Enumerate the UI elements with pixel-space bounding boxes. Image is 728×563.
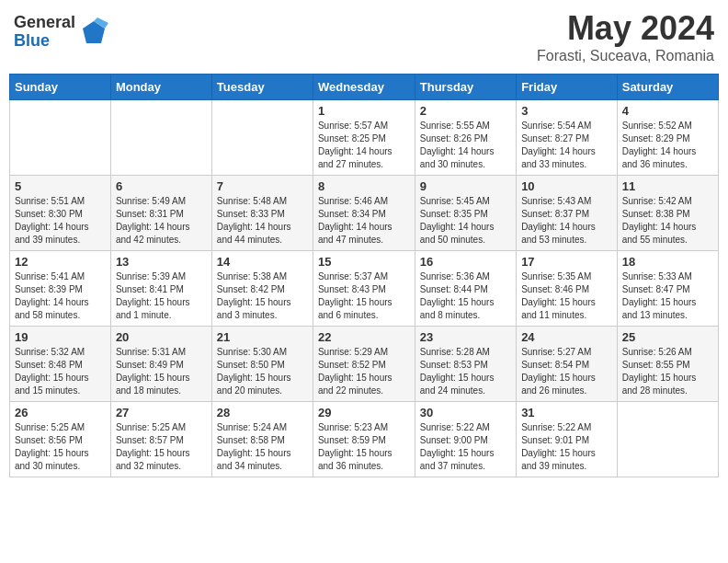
weekday-header: Sunday bbox=[10, 75, 111, 100]
day-number: 28 bbox=[217, 406, 308, 419]
calendar-week-row: 5Sunrise: 5:51 AM Sunset: 8:30 PM Daylig… bbox=[10, 176, 719, 251]
day-number: 5 bbox=[15, 179, 106, 193]
calendar-cell: 12Sunrise: 5:41 AM Sunset: 8:39 PM Dayli… bbox=[10, 251, 111, 327]
day-number: 15 bbox=[318, 255, 410, 269]
calendar-cell: 3Sunrise: 5:54 AM Sunset: 8:27 PM Daylig… bbox=[517, 100, 618, 176]
page-header: General Blue May 2024 Forasti, Suceava, … bbox=[9, 9, 719, 64]
calendar-cell: 23Sunrise: 5:28 AM Sunset: 8:53 PM Dayli… bbox=[415, 327, 516, 402]
day-info: Sunrise: 5:24 AM Sunset: 8:58 PM Dayligh… bbox=[217, 421, 308, 473]
calendar-cell: 10Sunrise: 5:43 AM Sunset: 8:37 PM Dayli… bbox=[517, 176, 618, 251]
calendar-cell bbox=[211, 100, 313, 176]
day-number: 23 bbox=[420, 330, 511, 344]
calendar-cell: 27Sunrise: 5:25 AM Sunset: 8:57 PM Dayli… bbox=[110, 402, 211, 477]
day-info: Sunrise: 5:57 AM Sunset: 8:25 PM Dayligh… bbox=[318, 120, 410, 171]
day-number: 26 bbox=[15, 406, 106, 419]
calendar-cell: 6Sunrise: 5:49 AM Sunset: 8:31 PM Daylig… bbox=[110, 176, 211, 251]
calendar-cell: 30Sunrise: 5:22 AM Sunset: 9:00 PM Dayli… bbox=[415, 402, 516, 477]
day-info: Sunrise: 5:46 AM Sunset: 8:34 PM Dayligh… bbox=[318, 195, 410, 247]
calendar-cell: 8Sunrise: 5:46 AM Sunset: 8:34 PM Daylig… bbox=[313, 176, 415, 251]
weekday-header: Monday bbox=[110, 75, 211, 100]
day-number: 18 bbox=[622, 255, 713, 269]
day-number: 13 bbox=[116, 255, 207, 269]
logo-icon bbox=[79, 17, 108, 47]
day-number: 19 bbox=[15, 330, 106, 344]
calendar-cell: 9Sunrise: 5:45 AM Sunset: 8:35 PM Daylig… bbox=[415, 176, 516, 251]
calendar-cell: 28Sunrise: 5:24 AM Sunset: 8:58 PM Dayli… bbox=[211, 402, 313, 477]
day-number: 11 bbox=[622, 179, 713, 193]
day-info: Sunrise: 5:22 AM Sunset: 9:01 PM Dayligh… bbox=[521, 421, 612, 473]
day-number: 24 bbox=[521, 330, 612, 344]
calendar-week-row: 1Sunrise: 5:57 AM Sunset: 8:25 PM Daylig… bbox=[10, 100, 719, 176]
calendar-cell: 15Sunrise: 5:37 AM Sunset: 8:43 PM Dayli… bbox=[313, 251, 415, 327]
day-number: 31 bbox=[521, 406, 612, 419]
day-number: 3 bbox=[521, 104, 612, 118]
calendar-cell: 17Sunrise: 5:35 AM Sunset: 8:46 PM Dayli… bbox=[517, 251, 618, 327]
calendar-cell: 25Sunrise: 5:26 AM Sunset: 8:55 PM Dayli… bbox=[617, 327, 718, 402]
calendar-cell: 13Sunrise: 5:39 AM Sunset: 8:41 PM Dayli… bbox=[110, 251, 211, 327]
day-number: 4 bbox=[622, 104, 713, 118]
location-subtitle: Forasti, Suceava, Romania bbox=[537, 48, 714, 64]
day-info: Sunrise: 5:32 AM Sunset: 8:48 PM Dayligh… bbox=[15, 346, 106, 397]
weekday-header: Tuesday bbox=[211, 75, 313, 100]
month-year-title: May 2024 bbox=[537, 9, 714, 48]
day-info: Sunrise: 5:29 AM Sunset: 8:52 PM Dayligh… bbox=[318, 346, 410, 397]
calendar-week-row: 26Sunrise: 5:25 AM Sunset: 8:56 PM Dayli… bbox=[10, 402, 719, 477]
day-number: 14 bbox=[217, 255, 308, 269]
day-number: 25 bbox=[622, 330, 713, 344]
day-number: 2 bbox=[420, 104, 511, 118]
day-number: 7 bbox=[217, 179, 308, 193]
day-number: 8 bbox=[318, 179, 410, 193]
day-info: Sunrise: 5:31 AM Sunset: 8:49 PM Dayligh… bbox=[116, 346, 207, 397]
calendar-cell: 11Sunrise: 5:42 AM Sunset: 8:38 PM Dayli… bbox=[617, 176, 718, 251]
day-info: Sunrise: 5:25 AM Sunset: 8:56 PM Dayligh… bbox=[15, 421, 106, 473]
day-info: Sunrise: 5:23 AM Sunset: 8:59 PM Dayligh… bbox=[318, 421, 410, 473]
calendar-cell: 21Sunrise: 5:30 AM Sunset: 8:50 PM Dayli… bbox=[211, 327, 313, 402]
day-info: Sunrise: 5:55 AM Sunset: 8:26 PM Dayligh… bbox=[420, 120, 511, 171]
calendar-cell: 1Sunrise: 5:57 AM Sunset: 8:25 PM Daylig… bbox=[313, 100, 415, 176]
calendar-week-row: 19Sunrise: 5:32 AM Sunset: 8:48 PM Dayli… bbox=[10, 327, 719, 402]
day-info: Sunrise: 5:41 AM Sunset: 8:39 PM Dayligh… bbox=[15, 270, 106, 322]
logo-blue: Blue bbox=[14, 32, 75, 51]
day-info: Sunrise: 5:26 AM Sunset: 8:55 PM Dayligh… bbox=[622, 346, 713, 397]
day-info: Sunrise: 5:35 AM Sunset: 8:46 PM Dayligh… bbox=[521, 270, 612, 322]
calendar-week-row: 12Sunrise: 5:41 AM Sunset: 8:39 PM Dayli… bbox=[10, 251, 719, 327]
calendar-cell: 16Sunrise: 5:36 AM Sunset: 8:44 PM Dayli… bbox=[415, 251, 516, 327]
weekday-header: Saturday bbox=[617, 75, 718, 100]
day-number: 9 bbox=[420, 179, 511, 193]
weekday-header: Thursday bbox=[415, 75, 516, 100]
day-info: Sunrise: 5:51 AM Sunset: 8:30 PM Dayligh… bbox=[15, 195, 106, 247]
calendar-cell: 20Sunrise: 5:31 AM Sunset: 8:49 PM Dayli… bbox=[110, 327, 211, 402]
logo-text: General Blue bbox=[14, 14, 75, 51]
calendar-cell: 5Sunrise: 5:51 AM Sunset: 8:30 PM Daylig… bbox=[10, 176, 111, 251]
day-info: Sunrise: 5:37 AM Sunset: 8:43 PM Dayligh… bbox=[318, 270, 410, 322]
day-info: Sunrise: 5:52 AM Sunset: 8:29 PM Dayligh… bbox=[622, 120, 713, 171]
day-info: Sunrise: 5:27 AM Sunset: 8:54 PM Dayligh… bbox=[521, 346, 612, 397]
day-number: 27 bbox=[116, 406, 207, 419]
calendar-cell: 4Sunrise: 5:52 AM Sunset: 8:29 PM Daylig… bbox=[617, 100, 718, 176]
calendar-cell: 18Sunrise: 5:33 AM Sunset: 8:47 PM Dayli… bbox=[617, 251, 718, 327]
day-info: Sunrise: 5:30 AM Sunset: 8:50 PM Dayligh… bbox=[217, 346, 308, 397]
day-number: 22 bbox=[318, 330, 410, 344]
calendar-cell: 24Sunrise: 5:27 AM Sunset: 8:54 PM Dayli… bbox=[517, 327, 618, 402]
calendar-cell bbox=[110, 100, 211, 176]
day-info: Sunrise: 5:48 AM Sunset: 8:33 PM Dayligh… bbox=[217, 195, 308, 247]
day-info: Sunrise: 5:42 AM Sunset: 8:38 PM Dayligh… bbox=[622, 195, 713, 247]
calendar-header-row: SundayMondayTuesdayWednesdayThursdayFrid… bbox=[10, 75, 719, 100]
day-number: 30 bbox=[420, 406, 511, 419]
day-number: 6 bbox=[116, 179, 207, 193]
calendar-cell bbox=[10, 100, 111, 176]
calendar-cell: 14Sunrise: 5:38 AM Sunset: 8:42 PM Dayli… bbox=[211, 251, 313, 327]
calendar-cell: 7Sunrise: 5:48 AM Sunset: 8:33 PM Daylig… bbox=[211, 176, 313, 251]
calendar-cell: 26Sunrise: 5:25 AM Sunset: 8:56 PM Dayli… bbox=[10, 402, 111, 477]
day-info: Sunrise: 5:25 AM Sunset: 8:57 PM Dayligh… bbox=[116, 421, 207, 473]
day-info: Sunrise: 5:38 AM Sunset: 8:42 PM Dayligh… bbox=[217, 270, 308, 322]
day-number: 20 bbox=[116, 330, 207, 344]
day-number: 29 bbox=[318, 406, 410, 419]
logo-general: General bbox=[14, 14, 75, 32]
day-info: Sunrise: 5:33 AM Sunset: 8:47 PM Dayligh… bbox=[622, 270, 713, 322]
day-info: Sunrise: 5:36 AM Sunset: 8:44 PM Dayligh… bbox=[420, 270, 511, 322]
calendar-table: SundayMondayTuesdayWednesdayThursdayFrid… bbox=[9, 74, 719, 477]
calendar-cell: 2Sunrise: 5:55 AM Sunset: 8:26 PM Daylig… bbox=[415, 100, 516, 176]
day-info: Sunrise: 5:39 AM Sunset: 8:41 PM Dayligh… bbox=[116, 270, 207, 322]
day-number: 17 bbox=[521, 255, 612, 269]
